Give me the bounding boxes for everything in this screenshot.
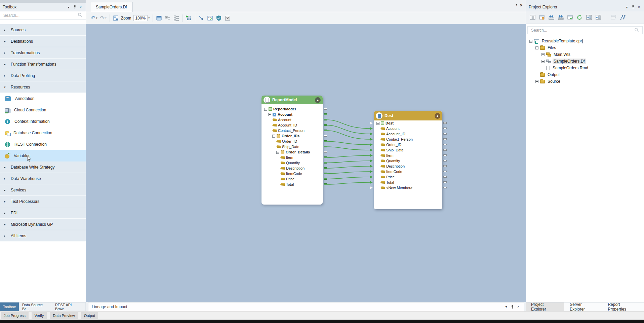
toolbox-category[interactable]: ▸ All Items <box>0 230 86 242</box>
chevron-down-icon[interactable]: ▾ <box>66 5 71 9</box>
project-tree-item[interactable]: Main.Wfs <box>526 51 644 58</box>
dock-tab[interactable]: REST API Brow... <box>52 302 86 311</box>
project-tree-item[interactable]: Source <box>526 78 644 85</box>
preview-data-button[interactable]: 0101 <box>206 14 214 23</box>
refresh-button[interactable] <box>576 14 583 21</box>
dock-tab[interactable]: Report Properties <box>602 302 644 311</box>
project-tree-item[interactable]: SampleOrders.Df <box>526 58 644 65</box>
chevron-down-icon[interactable]: ▾ <box>625 5 629 9</box>
input-port[interactable] <box>370 143 374 146</box>
input-port[interactable] <box>370 154 374 157</box>
project-tree-item[interactable]: Output <box>526 71 644 78</box>
node-field-row[interactable]: Item <box>261 155 323 160</box>
undo-button[interactable]: ↶▾ <box>89 14 98 23</box>
auto-layout-button[interactable] <box>155 14 163 23</box>
bottom-panel-tab[interactable]: Data Preview <box>50 312 78 319</box>
tree-expander-icon[interactable] <box>541 60 545 63</box>
output-port[interactable] <box>443 128 447 129</box>
project-tree-item[interactable]: SampleOrders.Rmd <box>526 65 644 71</box>
toolbox-item[interactable]: Context Information <box>0 116 86 127</box>
node-field-row[interactable]: Account_ID <box>374 131 442 137</box>
bottom-panel-tab[interactable]: Output <box>81 312 98 319</box>
output-port[interactable] <box>443 122 447 124</box>
output-port[interactable] <box>443 133 447 135</box>
toolbox-category[interactable]: ▸ EDI <box>0 207 86 219</box>
node-field-row[interactable]: Price <box>261 176 323 182</box>
toolbox-item[interactable]: Variables <box>0 150 86 162</box>
node-field-row[interactable]: Order_IDs <box>261 133 323 139</box>
dock-tab[interactable]: Toolbox <box>0 302 19 311</box>
close-icon[interactable]: × <box>516 304 521 309</box>
lineage-and-impact-bar[interactable]: Lineage and Impact ▾ × <box>88 302 524 311</box>
node-field-row[interactable]: Account <box>261 112 323 117</box>
check-in-button[interactable] <box>557 14 564 21</box>
node-field-row[interactable]: Contact_Person <box>374 137 442 142</box>
node-field-row[interactable]: Total <box>261 182 323 187</box>
node-field-row[interactable]: Order_ID <box>261 139 323 144</box>
document-tab[interactable]: SampleOrders.Df <box>90 2 133 12</box>
toolbox-item[interactable]: Annotation <box>0 93 86 104</box>
close-icon[interactable]: × <box>78 5 83 9</box>
toolbox-item[interactable]: REST Connection <box>0 139 86 150</box>
link-tool-button[interactable] <box>197 14 206 23</box>
input-port[interactable] <box>370 176 374 178</box>
input-port[interactable] <box>370 149 374 151</box>
input-port[interactable] <box>370 165 374 168</box>
zoom-dropdown-icon[interactable]: ▾ <box>148 16 150 20</box>
collapse-nodes-button[interactable] <box>163 14 172 23</box>
node-field-row[interactable]: Price <box>374 174 442 180</box>
tree-expander-icon[interactable] <box>541 53 545 56</box>
bottom-panel-tab[interactable]: Job Progress <box>1 312 29 319</box>
input-port[interactable] <box>370 122 374 124</box>
output-port[interactable] <box>324 108 327 110</box>
dock-tab[interactable]: Project Explorer <box>526 302 564 311</box>
tab-list-chevron-icon[interactable]: ▾ <box>516 3 517 8</box>
dock-tab[interactable]: Data Source Br... <box>19 302 52 311</box>
output-port[interactable] <box>443 160 447 162</box>
node-field-row[interactable]: Account <box>261 117 323 122</box>
node-field-row[interactable]: Contact_Person <box>261 128 323 133</box>
output-port[interactable] <box>324 140 327 142</box>
output-port[interactable] <box>324 135 327 137</box>
output-port[interactable] <box>324 124 327 126</box>
cancel-button[interactable] <box>223 14 232 23</box>
toolbox-category-resources[interactable]: ▾ Resources <box>0 81 86 93</box>
toolbox-category[interactable]: ▸ Sources <box>0 24 86 36</box>
input-port[interactable] <box>370 159 374 162</box>
pin-icon[interactable] <box>72 5 77 9</box>
search-icon[interactable] <box>78 12 82 18</box>
node-field-row[interactable]: Account_ID <box>261 122 323 128</box>
input-port[interactable] <box>370 138 374 141</box>
node-field-row[interactable]: Ship_Date <box>261 144 323 149</box>
tree-expander-icon[interactable] <box>268 113 271 116</box>
pin-icon[interactable] <box>510 304 515 309</box>
toolbox-category[interactable]: ▸ Database Write Strategy <box>0 162 86 173</box>
stacked-windows-button[interactable] <box>610 14 617 21</box>
tree-expander-icon[interactable] <box>264 108 267 111</box>
toolbox-category[interactable]: ▸ Text Processors <box>0 196 86 207</box>
node-field-row[interactable]: ItemCode <box>374 169 442 174</box>
pin-icon[interactable] <box>631 5 635 9</box>
output-port[interactable] <box>443 171 447 172</box>
dock-left-button[interactable] <box>585 14 593 21</box>
impact-analysis-button[interactable] <box>619 14 627 21</box>
output-port[interactable] <box>443 144 447 145</box>
output-port[interactable] <box>324 146 327 147</box>
add-grid-button[interactable] <box>185 14 193 23</box>
chevron-down-icon[interactable]: ▾ <box>504 304 509 309</box>
report-model-node-header[interactable]: ReportModel ▲ <box>261 96 323 104</box>
node-field-row[interactable]: ReportModel <box>261 106 323 112</box>
input-port[interactable] <box>370 181 374 184</box>
zoom-value[interactable]: 100% <box>133 15 148 21</box>
collapse-node-button[interactable]: ▲ <box>315 97 321 103</box>
toolbox-item[interactable]: Cloud Connection <box>0 104 86 116</box>
node-field-row[interactable]: Quantity <box>374 158 442 164</box>
node-field-row[interactable]: Item <box>374 153 442 158</box>
tree-expander-icon[interactable] <box>276 151 279 154</box>
output-port[interactable] <box>324 151 327 153</box>
dock-tab[interactable]: Server Explorer <box>564 302 602 311</box>
output-port[interactable] <box>324 162 327 164</box>
toolbox-category[interactable]: ▸ Data Warehouse <box>0 173 86 184</box>
toolbox-category[interactable]: ▸ Function Transformations <box>0 59 86 70</box>
toolbox-category[interactable]: ▸ Transformations <box>0 47 86 59</box>
